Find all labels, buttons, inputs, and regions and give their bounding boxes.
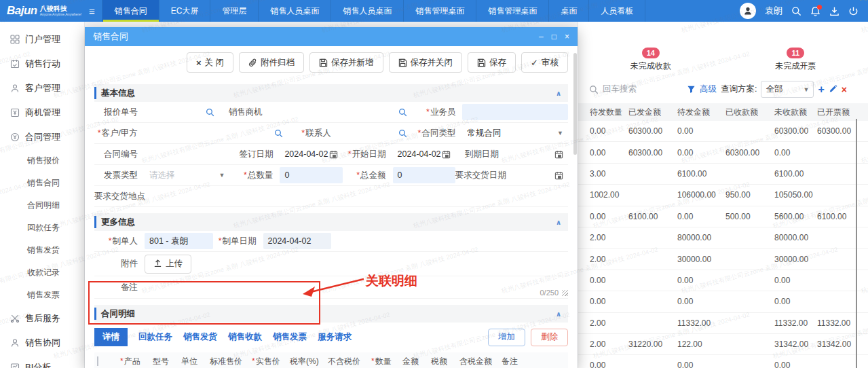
sidebar-item[interactable]: 商机管理 [0,100,84,125]
topbar-tab[interactable]: 管理层 [210,0,258,22]
table-row[interactable]: 2.0080000.0080000.00 [578,227,868,249]
calendar-icon[interactable] [554,171,563,180]
select-field[interactable]: 请选择▼ [145,167,229,183]
table-row[interactable]: 0.000.000.00 [578,291,868,312]
detail-tab[interactable]: 销售发货 [183,331,217,343]
input-field[interactable] [462,104,568,120]
table-row[interactable]: 2.0031220.00122.0031342.0031342.00 [578,334,868,355]
lookup-field[interactable] [338,125,413,141]
search-icon[interactable] [398,129,407,138]
select-all-checkbox[interactable] [97,356,98,366]
calendar-icon[interactable] [554,150,563,159]
toolbar-button[interactable]: 附件归档 [239,52,304,73]
lookup-field[interactable] [145,125,288,141]
add-plan-icon[interactable]: + [818,84,824,95]
lookup-field[interactable] [269,104,413,120]
collapse-chevron-icon[interactable]: ∧ [556,310,561,318]
minimize-icon[interactable]: – [539,33,544,41]
power-icon[interactable] [848,6,858,16]
input-field[interactable] [145,146,229,162]
badge-uninvoiced[interactable]: 11未完成开票 [723,46,868,72]
calendar-icon[interactable] [329,150,338,159]
input-field[interactable]: 0 [280,167,342,183]
table-row[interactable]: 1002.00106000.00950.00105050.00 [578,185,868,206]
input-field[interactable]: 0 [393,167,455,183]
filter-icon[interactable] [687,85,696,94]
detail-tab[interactable]: 销售发票 [273,331,307,343]
toolbar-button[interactable]: 保存并新增 [309,52,383,73]
search-icon[interactable] [398,108,407,117]
topbar-tab[interactable]: 销售管理桌面 [476,0,548,22]
sidebar-subitem[interactable]: 合同明细 [0,194,84,217]
search-icon[interactable] [274,129,283,138]
modal-scrollbar[interactable] [573,53,577,155]
topbar-tab[interactable]: 销售管理桌面 [403,0,476,22]
avatar[interactable] [740,3,756,19]
table-row[interactable]: 2.0030000.0030000.00 [578,249,868,270]
input-field[interactable] [506,146,568,162]
table-row[interactable]: 0.006100.000.00500.005600.006100.00 [578,206,868,227]
toolbar-button[interactable]: 保存 [468,52,516,73]
delete-button[interactable]: 删除 [531,329,568,346]
topbar-tab[interactable]: 销售人员桌面 [331,0,403,22]
topbar-tab[interactable]: EC大屏 [159,0,210,22]
advanced-link[interactable]: 高级 [700,84,717,95]
bell-icon[interactable] [810,6,820,16]
upload-button[interactable]: 上传 [145,255,191,274]
username[interactable]: 袁朗 [765,5,782,17]
input-field[interactable]: 801 - 袁朗 [145,233,213,249]
calendar-icon[interactable] [442,150,451,159]
input-field[interactable] [513,167,568,183]
scrollbar[interactable] [856,119,857,368]
search-icon[interactable] [791,6,801,16]
search-icon[interactable] [206,108,214,117]
edit-icon[interactable] [829,85,837,94]
table-row[interactable]: 2.0011332.0011332.0011332.00 [578,313,868,334]
topbar-tab[interactable]: 销售人员桌面 [258,0,331,22]
detail-tab[interactable]: 服务请求 [318,331,352,343]
menu-icon[interactable]: ≡ [81,0,102,22]
input-field[interactable]: 2024-04-02 [280,146,342,162]
maximize-icon[interactable]: □ [552,33,556,41]
add-button[interactable]: 增加 [488,329,525,346]
input-field[interactable] [152,188,568,204]
table-row[interactable]: 0.000.000.00 [578,355,868,368]
toolbar-button[interactable]: 保存并关闭 [389,52,463,73]
sidebar-item[interactable]: 门户管理 [0,27,84,52]
select-field[interactable]: 常规合同▼ [462,125,568,141]
audit-button[interactable]: ✓审核 [521,52,568,73]
sidebar-item[interactable]: 合同管理 [0,125,84,149]
table-row[interactable]: 0.0060300.000.0060300.000.00 [578,142,868,163]
search-input[interactable]: 回车搜索 [603,84,683,95]
table-row[interactable]: 0.0060300.000.0060300.0060300.00 [578,121,868,142]
toolbar-button[interactable]: ×关 闭 [187,52,233,73]
table-row[interactable]: 0.000.000.00 [578,270,868,291]
lookup-field[interactable] [145,104,219,120]
table-row[interactable]: 3.006100.006100.00 [578,164,868,185]
collapse-chevron-icon[interactable]: ∧ [556,90,561,97]
close-icon[interactable]: × [565,33,569,41]
sidebar-item[interactable]: BI分析 [0,355,84,368]
topbar-tab[interactable]: 人员看板 [588,0,645,22]
delete-plan-icon[interactable]: × [842,85,847,94]
input-field[interactable]: 2024-04-02 [393,146,455,162]
detail-tab[interactable]: 详情 [94,328,128,346]
topbar-tab[interactable]: 桌面 [548,0,588,22]
sidebar-subitem[interactable]: 销售报价 [0,149,84,172]
sidebar-subitem[interactable]: 销售发票 [0,284,84,306]
search-icon[interactable] [589,85,599,94]
modal-header[interactable]: 销售合同 – □ × [85,27,578,46]
sidebar-item[interactable]: 客户管理 [0,76,84,100]
download-icon[interactable] [829,6,839,16]
sidebar-subitem[interactable]: 收款记录 [0,261,84,284]
resize-handle[interactable] [562,290,568,296]
sidebar-subitem[interactable]: 销售合同 [0,172,84,194]
detail-tab[interactable]: 回款任务 [138,331,172,343]
remark-textarea[interactable] [145,282,568,298]
query-plan-select[interactable]: 全部 ▼ [761,81,814,98]
badge-uncollected[interactable]: 14未完成收款 [578,46,723,72]
sidebar-subitem[interactable]: 回款任务 [0,217,84,239]
sidebar-subitem[interactable]: 销售发货 [0,239,84,261]
collapse-chevron-icon[interactable]: ∧ [556,219,561,226]
topbar-tab[interactable]: 销售合同 [102,0,159,22]
